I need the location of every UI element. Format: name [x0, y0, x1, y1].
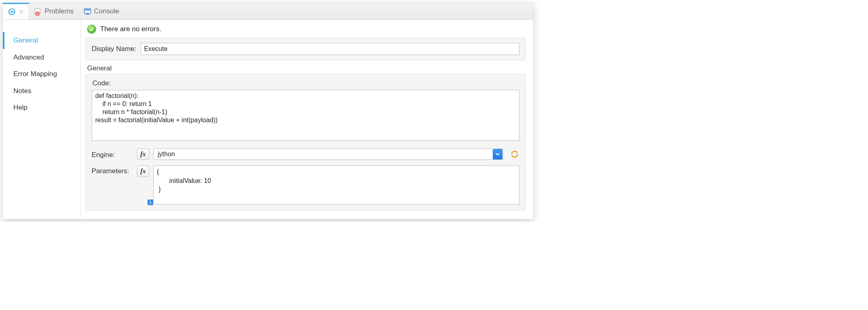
body: General Advanced Error Mapping Notes Hel…: [3, 20, 533, 219]
sidebar-item-error-mapping[interactable]: Error Mapping: [3, 66, 80, 83]
svg-rect-2: [14, 11, 15, 12]
parameters-fx-button[interactable]: fx: [137, 166, 149, 177]
engine-row: Engine: fx jython: [92, 149, 520, 160]
svg-rect-7: [86, 14, 89, 15]
general-section-heading: General: [87, 64, 526, 72]
editor-window: ✕ Problems Console General Advanced Erro…: [2, 2, 533, 219]
engine-refresh-button[interactable]: [510, 149, 520, 159]
engine-fx-button[interactable]: fx: [137, 149, 149, 160]
tab-problems-label: Problems: [45, 7, 74, 15]
sidebar-item-label: General: [13, 36, 38, 44]
fx-icon: fx: [140, 151, 145, 158]
tab-console[interactable]: Console: [79, 3, 124, 19]
sidebar-item-label: Error Mapping: [13, 70, 57, 78]
engine-select[interactable]: jython: [153, 149, 503, 160]
status-ok-icon: [87, 25, 96, 34]
content-area: There are no errors. Display Name: Gener…: [81, 20, 533, 219]
flow-icon: [8, 8, 16, 16]
fx-icon: fx: [140, 168, 145, 175]
parameters-label: Parameters:: [92, 166, 133, 175]
problems-icon: [34, 7, 42, 15]
chevron-down-icon: [493, 149, 502, 159]
parameters-textarea[interactable]: [153, 166, 520, 204]
code-label: Code:: [92, 79, 520, 87]
close-tab-icon[interactable]: ✕: [19, 8, 24, 15]
sidebar-item-help[interactable]: Help: [3, 99, 80, 116]
display-name-panel: Display Name:: [86, 38, 526, 60]
code-textarea[interactable]: [92, 90, 520, 141]
console-icon: [83, 7, 92, 15]
engine-label: Engine:: [92, 149, 133, 159]
status-row: There are no errors.: [87, 25, 526, 34]
svg-point-1: [11, 11, 13, 13]
engine-value: jython: [154, 151, 492, 158]
display-name-input[interactable]: [141, 43, 520, 55]
sidebar-item-general[interactable]: General: [3, 32, 80, 49]
tab-problems[interactable]: Problems: [29, 3, 79, 19]
sidebar-item-label: Notes: [13, 87, 31, 95]
sidebar-item-label: Advanced: [13, 53, 44, 61]
refresh-icon: [510, 150, 519, 158]
display-name-label: Display Name:: [92, 45, 137, 53]
tab-console-label: Console: [94, 7, 119, 15]
parameters-row: Parameters: fx i: [92, 166, 520, 204]
svg-rect-6: [85, 9, 90, 11]
tabbar: ✕ Problems Console: [3, 3, 533, 20]
info-badge-icon[interactable]: i: [148, 200, 153, 205]
sidebar-item-advanced[interactable]: Advanced: [3, 49, 80, 66]
sidebar-item-label: Help: [13, 104, 28, 111]
status-message: There are no errors.: [100, 25, 161, 33]
general-fieldset: Code: Engine: fx jython: [86, 74, 526, 210]
svg-rect-5: [84, 8, 91, 13]
sidebar: General Advanced Error Mapping Notes Hel…: [3, 20, 81, 219]
sidebar-item-notes[interactable]: Notes: [3, 83, 80, 100]
active-tab[interactable]: ✕: [3, 3, 29, 19]
